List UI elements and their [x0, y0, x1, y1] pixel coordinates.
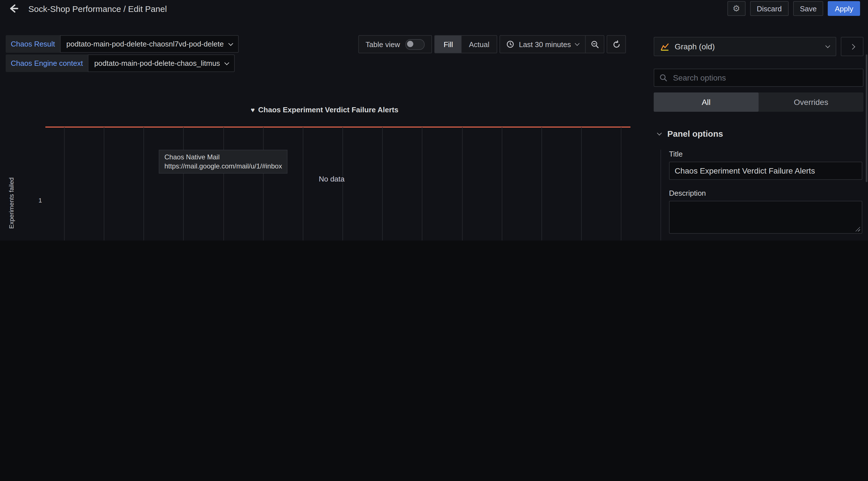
- tab-overrides[interactable]: Overrides: [758, 92, 864, 112]
- collapse-options-pane-button[interactable]: [841, 37, 864, 56]
- variable-chaos-result: Chaos Result podtato-main-pod-delete-cha…: [6, 35, 239, 53]
- options-search[interactable]: [654, 69, 864, 87]
- gridline: [621, 127, 621, 241]
- chevron-down-icon: [826, 43, 830, 48]
- resize-handle-icon[interactable]: [855, 226, 860, 232]
- chevron-down-icon: [224, 60, 229, 65]
- search-icon: [659, 74, 667, 82]
- gridline: [263, 127, 264, 241]
- main-area: Chaos Result podtato-main-pod-delete-cha…: [0, 17, 649, 241]
- zoom-out-button[interactable]: [585, 36, 604, 53]
- chart-panel: ♥Chaos Experiment Verdict Failure Alerts…: [0, 91, 649, 241]
- section-panel-options[interactable]: Panel options: [654, 122, 864, 144]
- gridline: [144, 127, 144, 241]
- save-button[interactable]: Save: [793, 1, 824, 16]
- panel-description-textarea[interactable]: [669, 201, 862, 234]
- panel-settings-button[interactable]: ⚙: [727, 1, 746, 16]
- discard-button[interactable]: Discard: [750, 1, 788, 16]
- top-actions: ⚙ Discard Save Apply: [727, 1, 860, 16]
- gridline: [581, 127, 582, 241]
- chevron-down-icon: [228, 41, 233, 46]
- clock-icon: [506, 40, 514, 48]
- tab-all[interactable]: All: [654, 92, 758, 112]
- sidebar-scrollbar[interactable]: [866, 55, 867, 182]
- grafana-edit-panel-window: Sock-Shop Performance / Edit Panel ⚙ Dis…: [0, 0, 868, 241]
- gridline: [541, 127, 542, 241]
- variable-label: Chaos Result: [6, 35, 60, 53]
- template-variables: Chaos Result podtato-main-pod-delete-cha…: [6, 35, 239, 72]
- chevron-down-icon: [575, 41, 580, 46]
- panel-options-sidebar: Graph (old) All Overrides Panel options …: [649, 17, 868, 241]
- gridline: [422, 127, 423, 241]
- variable-value-dropdown[interactable]: podtato-main-pod-delete-chaos_litmus: [88, 55, 235, 72]
- time-range-picker[interactable]: Last 30 minutes: [500, 36, 585, 53]
- gear-icon: ⚙: [733, 3, 740, 13]
- gridline: [462, 127, 462, 241]
- table-view-toggle[interactable]: [406, 39, 425, 50]
- page-title: Sock-Shop Performance / Edit Panel: [28, 4, 167, 13]
- gridline: [342, 127, 343, 241]
- variable-label: Chaos Engine context: [6, 55, 88, 72]
- tooltip-title: Chaos Native Mail: [164, 153, 282, 161]
- table-view-label: Table view: [366, 40, 400, 49]
- options-sections: Panel options Title Description Transpar…: [654, 122, 864, 241]
- gridline: [382, 127, 383, 241]
- refresh-icon: [612, 40, 621, 49]
- top-bar: Sock-Shop Performance / Edit Panel ⚙ Dis…: [0, 0, 868, 17]
- chart-icon: [660, 42, 669, 51]
- variable-chaos-engine-context: Chaos Engine context podtato-main-pod-de…: [6, 55, 235, 72]
- visualization-picker[interactable]: Graph (old): [654, 37, 836, 56]
- panel-toolbar: Table view Fill Actual Last 30 minutes: [358, 35, 626, 53]
- gridline: [223, 127, 224, 241]
- table-view-control: Table view: [358, 35, 432, 53]
- zoom-out-icon: [590, 40, 599, 49]
- description-field-label: Description: [669, 189, 862, 198]
- fill-actual-segmented: Fill Actual: [435, 35, 497, 53]
- gridline: [183, 127, 184, 241]
- y-tick: 1: [16, 197, 42, 204]
- tooltip-url: https://mail.google.com/mail/u/1/#inbox: [164, 162, 282, 170]
- chart-y-axis-label: Experiments failed: [8, 146, 15, 241]
- gridline: [501, 127, 502, 241]
- no-data-text: No data: [309, 175, 354, 183]
- panel-title-input[interactable]: [669, 162, 862, 180]
- chevron-right-icon: [849, 44, 855, 49]
- panel-link-tooltip: Chaos Native Mail https://mail.google.co…: [159, 150, 288, 174]
- chevron-down-icon: [657, 130, 662, 135]
- fill-option[interactable]: Fill: [435, 36, 462, 53]
- gridline: [64, 127, 65, 241]
- refresh-button[interactable]: [607, 35, 626, 53]
- heart-icon: ♥: [251, 106, 255, 114]
- chart-plot-area[interactable]: [45, 127, 630, 241]
- chart-title: ♥Chaos Experiment Verdict Failure Alerts: [0, 106, 649, 114]
- variable-value-dropdown[interactable]: podtato-main-pod-delete-chaosnl7vd-pod-d…: [60, 35, 239, 53]
- apply-button[interactable]: Apply: [828, 1, 860, 16]
- panel-options-body: Title Description Transparent background: [660, 150, 864, 241]
- options-filter-tabs: All Overrides: [654, 92, 864, 112]
- title-field-label: Title: [669, 150, 862, 158]
- gridline: [104, 127, 104, 241]
- visualization-row: Graph (old): [654, 37, 864, 56]
- options-search-input[interactable]: [672, 72, 858, 83]
- gridline: [303, 127, 303, 241]
- back-arrow-icon[interactable]: [8, 3, 19, 14]
- actual-option[interactable]: Actual: [462, 36, 497, 53]
- threshold-line: [45, 126, 630, 128]
- time-controls: Last 30 minutes: [499, 35, 604, 53]
